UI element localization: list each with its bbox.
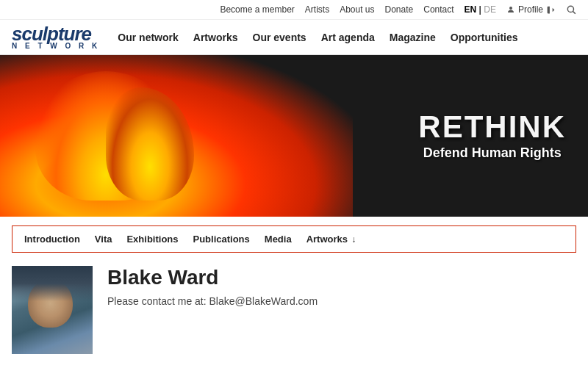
contact-link[interactable]: Contact — [423, 4, 453, 15]
logout-icon[interactable] — [546, 5, 556, 15]
tab-vita[interactable]: Vita — [95, 234, 112, 245]
logo-network: N E T W O R K — [12, 42, 100, 50]
nav-art-agenda[interactable]: Art agenda — [321, 32, 375, 43]
artist-photo-image — [12, 266, 93, 354]
contact-email[interactable]: Blake@BlakeWard.com — [209, 295, 318, 307]
donate-link[interactable]: Donate — [385, 4, 414, 15]
become-member-link[interactable]: Become a member — [220, 4, 294, 15]
main-navigation: Our network Artworks Our events Art agen… — [118, 32, 517, 43]
svg-point-0 — [509, 7, 512, 10]
svg-line-2 — [573, 12, 576, 14]
logo[interactable]: sculpture N E T W O R K — [12, 24, 100, 50]
artist-photo — [12, 266, 93, 354]
lang-en[interactable]: EN — [465, 4, 477, 15]
top-bar: Become a member Artists About us Donate … — [0, 0, 588, 20]
contact-prefix: Please contact me at: — [107, 295, 209, 307]
tab-publications[interactable]: Publications — [193, 234, 250, 245]
nav-opportunities[interactable]: Opportunities — [451, 32, 518, 43]
about-link[interactable]: About us — [340, 4, 374, 15]
lang-de[interactable]: DE — [484, 4, 496, 15]
user-icon — [506, 5, 515, 14]
nav-magazine[interactable]: Magazine — [390, 32, 436, 43]
artist-name: Blake Ward — [107, 266, 576, 289]
main-header: sculpture N E T W O R K Our network Artw… — [0, 20, 588, 55]
nav-artworks[interactable]: Artworks — [193, 32, 238, 43]
logo-sculpture: sculpture — [12, 24, 100, 43]
tab-exhibitions[interactable]: Exhibitions — [126, 234, 178, 245]
svg-point-1 — [567, 6, 573, 12]
artworks-dropdown-arrow: ↓ — [349, 234, 356, 245]
profile-link[interactable]: Profile — [518, 4, 543, 15]
language-switcher: EN | DE — [465, 4, 496, 15]
artist-profile: Blake Ward Please contact me at: Blake@B… — [0, 259, 588, 361]
artists-link[interactable]: Artists — [305, 4, 329, 15]
tab-introduction[interactable]: Introduction — [24, 234, 80, 245]
artist-contact: Please contact me at: Blake@BlakeWard.co… — [107, 295, 576, 307]
nav-our-network[interactable]: Our network — [118, 32, 178, 43]
hero-fire-graphic — [0, 55, 353, 217]
search-icon[interactable] — [566, 4, 576, 15]
tab-artworks[interactable]: Artworks ↓ — [306, 234, 356, 245]
artist-info: Blake Ward Please contact me at: Blake@B… — [107, 266, 576, 307]
nav-our-events[interactable]: Our events — [253, 32, 306, 43]
hero-banner: rethink Defend Human Rights — [0, 55, 588, 217]
hero-rethink-title: rethink — [418, 112, 566, 142]
hero-text: rethink Defend Human Rights — [418, 112, 566, 161]
hero-subtitle: Defend Human Rights — [418, 145, 566, 161]
profile-area: Profile — [506, 4, 556, 15]
artist-tabs: Introduction Vita Exhibitions Publicatio… — [12, 225, 576, 253]
tab-media[interactable]: Media — [265, 234, 292, 245]
